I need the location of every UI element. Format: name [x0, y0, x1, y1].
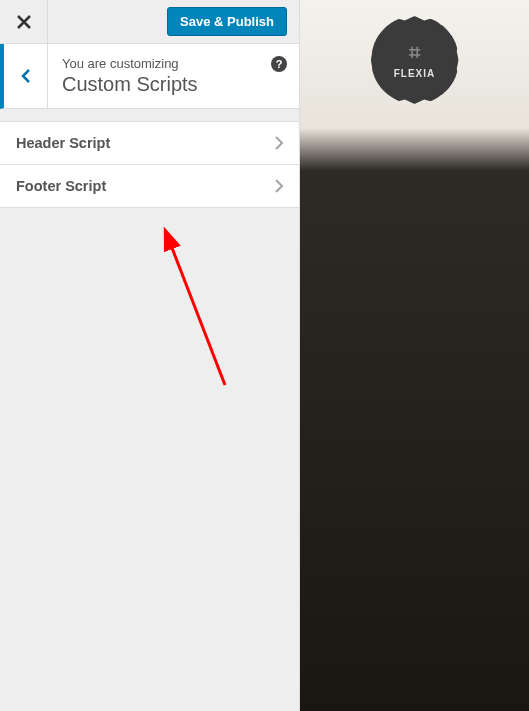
top-bar: Save & Publish	[0, 0, 299, 44]
save-publish-button[interactable]: Save & Publish	[167, 7, 287, 36]
section-item-label: Header Script	[16, 135, 110, 151]
section-item-footer-script[interactable]: Footer Script	[0, 165, 299, 208]
section-item-label: Footer Script	[16, 178, 106, 194]
help-icon[interactable]: ?	[271, 56, 287, 72]
svg-line-1	[167, 235, 225, 385]
logo-glyph: ⌗	[409, 42, 420, 62]
chevron-right-icon	[275, 179, 283, 193]
preview-pane: ⌗ FLEXIA	[300, 0, 529, 711]
close-button[interactable]	[0, 0, 48, 44]
chevron-left-icon	[21, 68, 31, 84]
logo-text: FLEXIA	[394, 68, 436, 79]
section-title: Custom Scripts	[62, 73, 285, 96]
site-logo: ⌗ FLEXIA	[375, 20, 455, 100]
customizing-label: You are customizing	[62, 56, 285, 71]
section-list: Header Script Footer Script	[0, 121, 299, 208]
back-button[interactable]	[4, 44, 48, 108]
chevron-right-icon	[275, 136, 283, 150]
section-header: You are customizing Custom Scripts ?	[0, 44, 299, 109]
close-icon	[17, 15, 31, 29]
customizer-sidebar: Save & Publish You are customizing Custo…	[0, 0, 300, 711]
section-spacer	[0, 109, 299, 121]
badge-shape: ⌗ FLEXIA	[375, 20, 455, 100]
section-item-header-script[interactable]: Header Script	[0, 122, 299, 165]
header-content: You are customizing Custom Scripts ?	[48, 44, 299, 108]
arrow-annotation	[155, 225, 245, 395]
